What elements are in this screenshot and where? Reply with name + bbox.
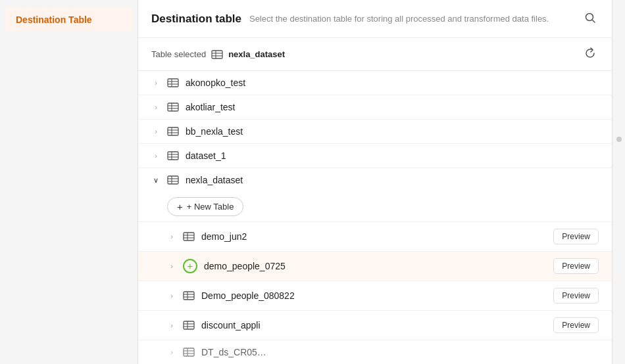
sub-table-name: demo_jun2 bbox=[201, 231, 547, 242]
svg-rect-2 bbox=[212, 51, 222, 58]
db-table-icon bbox=[183, 291, 195, 300]
sub-table-name: Demo_people_080822 bbox=[201, 290, 547, 301]
sub-table-row[interactable]: › discount_appli Preview bbox=[138, 311, 612, 340]
sub-table-name: demo_people_0725 bbox=[204, 261, 547, 271]
scrollbar-thumb[interactable] bbox=[616, 137, 622, 142]
sidebar-item-destination-table[interactable]: Destination Table bbox=[5, 8, 132, 32]
table-row[interactable]: › bb_nexla_test bbox=[138, 120, 612, 144]
table-selected-label: Table selected bbox=[151, 49, 206, 59]
search-button[interactable] bbox=[582, 9, 599, 28]
svg-rect-26 bbox=[184, 233, 194, 240]
chevron-right-icon: › bbox=[167, 233, 176, 240]
add-circle-icon: + bbox=[183, 259, 197, 273]
chevron-right-icon: › bbox=[167, 348, 176, 356]
db-table-icon bbox=[183, 232, 195, 241]
page-title: Destination table bbox=[151, 12, 241, 26]
plus-icon: + bbox=[177, 201, 183, 212]
refresh-button[interactable] bbox=[582, 45, 599, 64]
expanded-table-header[interactable]: ∨ nexla_dataset bbox=[138, 168, 612, 192]
preview-button[interactable]: Preview bbox=[553, 258, 599, 274]
chevron-right-icon: › bbox=[167, 321, 176, 329]
chevron-right-icon: › bbox=[167, 262, 176, 270]
new-table-row: + + New Table bbox=[138, 192, 612, 222]
chevron-right-icon: › bbox=[151, 79, 161, 87]
main-panel: Destination table Select the destination… bbox=[138, 0, 612, 364]
new-table-button[interactable]: + + New Table bbox=[167, 197, 243, 216]
page-description: Select the destination table for storing… bbox=[249, 14, 574, 24]
table-name: bb_nexla_test bbox=[186, 126, 599, 137]
db-table-icon bbox=[167, 151, 179, 160]
sub-table-name: discount_appli bbox=[201, 320, 547, 330]
svg-line-1 bbox=[593, 20, 595, 23]
preview-button[interactable]: Preview bbox=[553, 317, 599, 333]
svg-rect-34 bbox=[184, 321, 194, 329]
db-table-icon bbox=[167, 78, 179, 87]
sub-table-row[interactable]: › demo_jun2 Preview bbox=[138, 222, 612, 252]
table-list: › akonopko_test › a bbox=[138, 71, 612, 364]
expanded-table-name: nexla_dataset bbox=[186, 175, 599, 185]
expanded-table-section: ∨ nexla_dataset + + New Table bbox=[138, 168, 612, 364]
chevron-right-icon: › bbox=[167, 292, 176, 300]
svg-point-0 bbox=[586, 14, 593, 21]
db-table-icon bbox=[167, 175, 179, 185]
sub-table-name: DT_ds_CR05… bbox=[201, 347, 599, 357]
svg-rect-38 bbox=[184, 348, 194, 356]
sub-table-row[interactable]: › + demo_people_0725 Preview bbox=[138, 252, 612, 281]
table-name: dataset_1 bbox=[186, 150, 599, 161]
table-name: akonopko_test bbox=[186, 78, 599, 88]
chevron-down-icon: ∨ bbox=[151, 176, 161, 185]
chevron-right-icon: › bbox=[151, 103, 161, 111]
db-table-icon bbox=[183, 321, 195, 330]
sub-table-row[interactable]: › DT_ds_CR05… bbox=[138, 340, 612, 364]
chevron-right-icon: › bbox=[151, 127, 161, 135]
new-table-label: + New Table bbox=[187, 202, 234, 212]
selected-table-name: nexla_dataset bbox=[228, 49, 285, 59]
svg-rect-14 bbox=[168, 127, 178, 135]
sub-table-row[interactable]: › Demo_people_080822 Preview bbox=[138, 281, 612, 311]
db-table-icon bbox=[167, 102, 179, 112]
svg-rect-22 bbox=[168, 176, 178, 184]
preview-button[interactable]: Preview bbox=[553, 229, 599, 244]
refresh-icon bbox=[584, 47, 596, 59]
table-selected-bar: Table selected nexla_dataset bbox=[138, 38, 612, 71]
sidebar: Destination Table bbox=[0, 0, 138, 364]
chevron-right-icon: › bbox=[151, 152, 161, 160]
search-icon bbox=[584, 12, 596, 24]
main-header: Destination table Select the destination… bbox=[138, 0, 612, 38]
table-row[interactable]: › dataset_1 bbox=[138, 144, 612, 168]
table-row[interactable]: › akotliar_test bbox=[138, 95, 612, 120]
svg-rect-6 bbox=[168, 79, 178, 87]
db-table-icon bbox=[167, 127, 179, 136]
right-panel bbox=[612, 0, 625, 364]
db-table-icon bbox=[183, 348, 195, 357]
table-name: akotliar_test bbox=[186, 102, 599, 112]
preview-button[interactable]: Preview bbox=[553, 288, 599, 304]
svg-rect-10 bbox=[168, 103, 178, 111]
svg-rect-30 bbox=[184, 292, 194, 300]
table-row[interactable]: › akonopko_test bbox=[138, 71, 612, 95]
db-table-icon bbox=[211, 50, 223, 59]
svg-rect-18 bbox=[168, 152, 178, 160]
